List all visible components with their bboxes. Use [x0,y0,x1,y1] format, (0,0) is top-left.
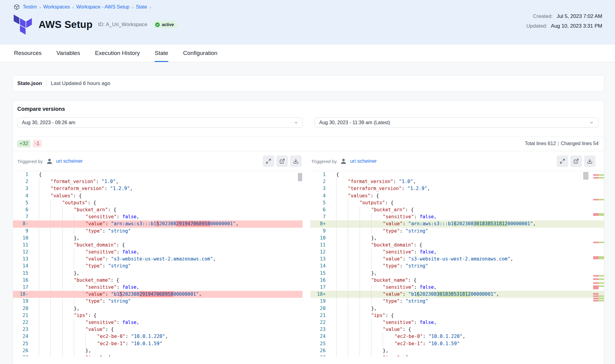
diff-marker [593,213,604,216]
code-line: 14 "type": "string" [13,263,302,270]
terraform-logo [14,15,32,35]
triggered-by-user-link[interactable]: uri scheiner [350,158,377,164]
check-circle-icon [155,22,160,27]
code-line: 7 "sensitive": false, [13,213,302,220]
code-line: 13 "value": "s3-website-us-west-2.amazon… [310,256,604,263]
code-line: 18- "value": "b1520230829194706895800000… [13,291,302,298]
code-line: 23 "value": { [310,326,604,333]
code-line: 22 "sensitive": false, [13,319,302,326]
diff-marker [593,242,604,243]
code-content: 1{2 "format_version": "1.0",3 "terraform… [310,171,604,356]
open-in-new-button[interactable] [570,155,582,167]
tab-execution-history[interactable]: Execution History [95,45,140,62]
code-line: 20 }, [310,305,604,312]
code-line: 25 "ec2-be-1": "10.0.1.59" [310,340,604,347]
expand-button[interactable] [557,155,568,167]
expand-icon [266,158,271,164]
tab-configuration[interactable]: Configuration [183,45,217,62]
expand-button[interactable] [263,155,274,167]
total-lines: Total lines 612 [525,141,556,146]
diff-marker [593,298,604,299]
code-line: 8+ "value": "arn:aws:s3:::b1620230830183… [310,220,604,227]
code-line: 6 "bucket_arn": { [13,206,302,213]
code-line: 15 }, [13,270,302,277]
diff-editor-original: 1{2 "format_version": "1.0",3 "terraform… [13,171,302,356]
breadcrumb: Testim › Workspaces › Workspace - AWS Se… [14,4,151,10]
tab-resources[interactable]: Resources [14,45,42,62]
left-panel-header: Triggered by uri scheiner [13,155,303,167]
state-file-bar: State.json Last Updated 6 hours ago [13,75,604,92]
code-line: 13 "value": "s3-website-us-west-2.amazon… [13,256,302,263]
diff-marker [593,256,604,259]
code-line: 2 "format_version": "1.0", [13,178,302,185]
breadcrumb-link-workspaces[interactable]: Workspaces [43,4,70,10]
code-line: 25 "ec2-be-1": "10.0.1.59" [13,340,302,347]
code-line: 27 "type": [ [310,354,604,356]
user-avatar-icon [340,158,347,165]
triggered-by-label: Triggered by [17,159,43,164]
code-line: 19 "type": "string" [310,298,604,305]
added-lines-chip: +32 [17,140,30,147]
code-line: 4 "values": { [310,192,604,199]
page-header: Testim › Workspaces › Workspace - AWS Se… [0,0,615,45]
tab-state[interactable]: State [155,45,168,62]
code-line: 21 "ips": { [13,312,302,319]
diff-marker [593,199,604,200]
code-line: 1{ [13,171,302,178]
code-line: 12 "sensitive": false, [13,249,302,256]
code-line: 3 "terraform_version": "1.2.9", [310,185,604,192]
triggered-by-user-link[interactable]: uri scheiner [56,158,83,164]
diff-marker [593,278,604,280]
code-line: 27 "type": [ [13,354,302,356]
download-button[interactable] [290,155,302,167]
code-line: 24 "ec2-be-0": "10.0.1.220", [310,333,604,340]
diff-marker [593,282,604,284]
code-line: 17 "sensitive": false, [310,284,604,291]
status-badge-label: active [162,22,174,27]
download-icon [293,158,299,164]
code-line: 24 "ec2-be-0": "10.0.1.220", [13,333,302,340]
created-label: Created: [533,13,553,19]
breadcrumb-separator: › [132,5,133,10]
code-content: 1{2 "format_version": "1.0",3 "terraform… [13,171,302,356]
right-panel-header: Triggered by uri scheiner [303,155,597,167]
code-line: 15 }, [310,270,604,277]
divider: | [556,141,561,146]
code-line: 20 }, [13,305,302,312]
diff-editor-modified: 1{2 "format_version": "1.0",3 "terraform… [310,171,604,356]
diff-overview-ruler [593,171,604,356]
code-line: 1{ [310,171,604,178]
scrollbar-thumb[interactable] [298,173,302,181]
user-avatar-icon [46,158,53,165]
code-line: 5 "outputs": { [13,199,302,206]
code-line: 5 "outputs": { [310,199,604,206]
version-select-left[interactable]: Aug 30, 2023 - 09:26 am [17,117,303,128]
workspace-dates: Created: Jul 5, 2023 7:02 AM Updated: Au… [526,13,602,33]
download-button[interactable] [584,155,596,167]
state-file-name: State.json [17,80,42,87]
page-title: AWS Setup [39,19,93,30]
code-line: 4 "values": { [13,192,302,199]
tab-bar: Resources Variables Execution History St… [0,45,615,62]
code-line: 14 "type": "string" [310,263,604,270]
breadcrumb-link-state[interactable]: State [136,4,147,10]
diff-stats-row: +32 -1 Total lines 612|Changed lines 54 [13,136,604,151]
breadcrumb-link-testim[interactable]: Testim [23,4,37,10]
open-in-new-button[interactable] [276,155,288,167]
code-line: 10 }, [310,235,604,242]
updated-value: Aug 10, 2023 3:31 PM [551,23,602,29]
scrollbar-thumb[interactable] [583,172,588,179]
version-select-right[interactable]: Aug 30, 2023 - 11:39 am (Latest) [315,117,598,128]
removed-lines-chip: -1 [33,140,42,147]
code-line: 19 "type": "string" [13,298,302,305]
diff-marker [593,300,604,301]
code-line: 8- "value": "arn:aws:s3:::b1520230829194… [13,220,302,227]
code-line: 3 "terraform_version": "1.2.9", [13,185,302,192]
box-icon [14,4,20,10]
download-icon [587,158,593,164]
diff-marker [593,177,604,179]
code-line: 7 "sensitive": false, [310,213,604,220]
diff-marker [593,285,604,287]
breadcrumb-link-workspace[interactable]: Workspace - AWS Setup [76,4,129,10]
tab-variables[interactable]: Variables [56,45,80,62]
